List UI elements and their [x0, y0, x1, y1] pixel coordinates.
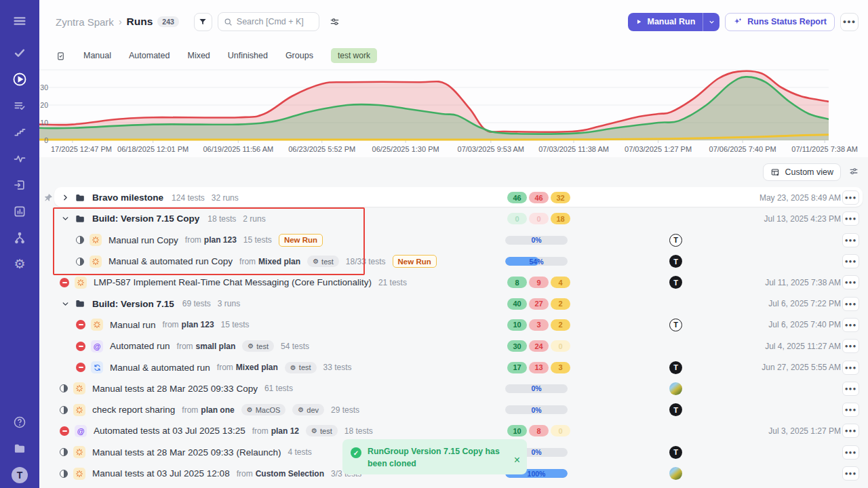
mixed-run-icon: [91, 361, 103, 373]
row-more-button[interactable]: ●●●: [842, 382, 859, 396]
meta-item: 2 runs: [243, 214, 265, 224]
list-settings-icon[interactable]: [848, 166, 859, 177]
run-row[interactable]: @Automated runfromsmall plan⚙test54 test…: [39, 336, 868, 357]
sidebar-item-check[interactable]: [0, 39, 39, 66]
run-row[interactable]: @Automated tests at 03 Jul 2025 13:25fro…: [39, 420, 868, 441]
tab-mixed[interactable]: Mixed: [187, 51, 210, 60]
sidebar-item-help[interactable]: [0, 409, 39, 435]
plan-name: small plan: [196, 342, 236, 351]
run-row[interactable]: Manual & automated runfromMixed plan⚙tes…: [39, 357, 868, 378]
breadcrumb-project[interactable]: Zyntra Spark: [56, 16, 114, 28]
runs-status-report-button[interactable]: Runs Status Report: [725, 13, 835, 31]
row-more-button[interactable]: ●●●: [842, 339, 859, 353]
from-plan: fromplan one: [182, 405, 234, 415]
group-row[interactable]: Build: Version 7.15 Copy18 tests2 runs00…: [39, 208, 868, 229]
header-more-button[interactable]: ●●●: [840, 13, 859, 31]
row-more-button[interactable]: ●●●: [842, 211, 859, 226]
run-title: Manual run Copy: [108, 235, 178, 245]
sidebar-item-box-arrow[interactable]: [0, 171, 39, 198]
run-row[interactable]: Manual run Copyfromplan 12315 testsNew R…: [39, 230, 868, 251]
active-filter-tag[interactable]: test work: [331, 48, 377, 63]
help-icon: [13, 415, 26, 429]
progress-label: 0%: [505, 236, 568, 244]
x-axis-label: 06/19/2025 11:56 AM: [203, 145, 273, 153]
tests-count: 18 tests: [344, 426, 373, 436]
group-row[interactable]: Bravo milestone124 tests32 runs464632May…: [39, 187, 868, 208]
search-input[interactable]: [237, 17, 311, 26]
yellow-count-pill: 32: [551, 192, 570, 203]
report-label: Runs Status Report: [747, 17, 827, 26]
sidebar-item-list-check[interactable]: [0, 92, 39, 119]
tab-manual[interactable]: Manual: [83, 51, 111, 60]
plan-name: plan one: [201, 405, 234, 415]
status-in-progress-icon: [60, 384, 68, 392]
yellow-count-pill: 3: [551, 362, 570, 373]
status-in-progress-icon: [60, 470, 68, 478]
red-count-pill: 46: [529, 192, 549, 203]
search-settings-icon[interactable]: [329, 16, 340, 28]
area-chart-canvas: [39, 68, 829, 144]
run-row[interactable]: Manual tests at 28 Mar 2025 09:33 Copy61…: [39, 378, 868, 399]
row-more-button[interactable]: ●●●: [842, 297, 859, 311]
collapse-chevron-icon[interactable]: [60, 214, 71, 223]
assignee-avatar: T: [669, 276, 682, 289]
pin-icon: [43, 192, 54, 205]
status-stopped-icon: [76, 363, 85, 372]
manual-run-button[interactable]: Manual Run: [628, 13, 703, 31]
tab-groups[interactable]: Groups: [285, 51, 313, 60]
row-more-button[interactable]: ●●●: [842, 403, 859, 417]
run-row[interactable]: check report sharingfromplan one⚙MacOS⚙d…: [39, 399, 868, 420]
row-date: Jul 6, 2025 7:22 PM: [768, 299, 841, 308]
row-date: Jun 27, 2025 5:55 AM: [762, 363, 841, 372]
status-in-progress-icon: [76, 258, 84, 266]
row-more-button[interactable]: ●●●: [842, 361, 859, 375]
play-circle-icon: [12, 72, 27, 87]
run-row[interactable]: Manual runfromplan 12315 tests1032TJul 6…: [39, 314, 868, 336]
sidebar-item-pulse[interactable]: [0, 145, 39, 171]
search-box[interactable]: [218, 12, 319, 31]
assignee-avatar: T: [669, 255, 682, 268]
sidebar-item-avatar[interactable]: T: [0, 462, 39, 488]
sidebar-item-play-circle[interactable]: [0, 66, 39, 92]
progress-label: 0%: [505, 384, 568, 392]
x-axis-label: 06/23/2025 5:52 PM: [288, 145, 355, 153]
filter-button[interactable]: [194, 13, 212, 31]
row-more-button[interactable]: ●●●: [842, 466, 859, 481]
collapse-chevron-icon[interactable]: [60, 300, 71, 308]
user-avatar: T: [12, 467, 28, 483]
sidebar-item-bar-chart[interactable]: [0, 198, 39, 224]
sidebar-item-steps[interactable]: [0, 119, 39, 145]
sidebar-item-menu[interactable]: [0, 7, 39, 35]
run-title: Automated run: [110, 341, 170, 351]
row-more-button[interactable]: ●●●: [842, 233, 859, 247]
sidebar-item-gear[interactable]: ⚙: [0, 251, 39, 277]
run-row[interactable]: Manual & automated run CopyfromMixed pla…: [39, 251, 868, 272]
sidebar-item-folder[interactable]: [0, 435, 39, 462]
tab-automated[interactable]: Automated: [129, 51, 170, 60]
red-count-pill: 13: [529, 362, 549, 373]
toast-close-icon[interactable]: ×: [514, 455, 520, 466]
run-title: Manual & automated run: [110, 363, 210, 373]
green-count-pill: 10: [507, 425, 527, 436]
page-title: Runs: [127, 16, 153, 28]
saved-filters-icon[interactable]: [56, 51, 66, 61]
tests-count: 61 tests: [264, 384, 293, 393]
row-more-button[interactable]: ●●●: [842, 254, 859, 268]
assignee-avatar: T: [669, 234, 682, 247]
row-more-button[interactable]: ●●●: [842, 190, 859, 205]
manual-run-icon: [75, 277, 87, 289]
tab-unfinished[interactable]: Unfinished: [228, 51, 268, 60]
result-stats: 0018: [507, 213, 570, 224]
custom-view-button[interactable]: Custom view: [763, 163, 841, 181]
result-stats: 1080: [507, 425, 570, 436]
row-more-button[interactable]: ●●●: [842, 275, 859, 289]
group-row[interactable]: Build: Version 7.1569 tests3 runs40272Ju…: [39, 293, 868, 314]
sidebar-item-branch[interactable]: [0, 224, 39, 251]
row-more-button[interactable]: ●●●: [842, 445, 859, 460]
run-row[interactable]: LMP-587 Implement Real-Time Chat Messagi…: [39, 272, 868, 293]
yellow-count-pill: 4: [551, 277, 570, 288]
manual-run-dropdown[interactable]: [703, 13, 719, 31]
row-more-button[interactable]: ●●●: [842, 424, 859, 438]
row-more-button[interactable]: ●●●: [842, 318, 859, 332]
expand-chevron-icon[interactable]: [60, 193, 71, 202]
